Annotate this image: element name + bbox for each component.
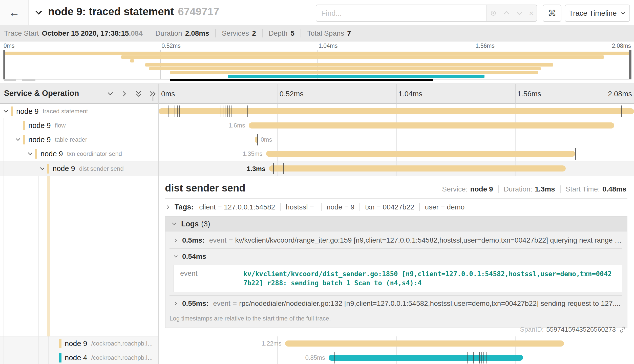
service-name: node 9 [28, 136, 51, 144]
chevron-down-icon[interactable] [27, 151, 33, 157]
span-timeline[interactable]: 0.85ms [159, 351, 634, 364]
timeline-tick-labels: 0ms 0.52ms 1.04ms 1.56ms 2.08ms [159, 84, 634, 103]
find-prev-icon[interactable] [503, 10, 510, 17]
span-color-bar [23, 135, 25, 144]
find-input[interactable] [316, 5, 486, 21]
back-arrow-icon: ← [9, 6, 20, 19]
log-marker [177, 105, 178, 117]
collapse-all-icon[interactable] [135, 90, 143, 98]
log-marker [168, 105, 168, 117]
command-icon: ⌘ [548, 8, 556, 18]
service-name: node 4 [65, 354, 87, 362]
minimap-right-handle[interactable] [629, 50, 631, 79]
keyboard-shortcuts-button[interactable]: ⌘ [543, 5, 561, 22]
log-value: rpc/nodedialer/nodedialer.go:132 [n9,cli… [239, 299, 621, 308]
timeline-gridline [515, 84, 516, 103]
span-id-label: SpanID: [520, 326, 544, 333]
chevron-down-icon[interactable] [3, 108, 9, 115]
log-entry-3[interactable]: 0.55ms: event = rpc/nodedialer/nodediale… [165, 296, 627, 311]
column-resize-handle[interactable] [152, 96, 154, 101]
minimap-scroll-dash [4, 79, 16, 81]
trace-summary-bar: Trace StartOctober 15 2020, 17:38:15.084… [0, 25, 634, 41]
trace-services: Services2 [222, 29, 256, 37]
minimap-tick: 1.56ms [476, 42, 495, 49]
operation-name: flow [55, 122, 66, 129]
trace-id: 6749717 [178, 6, 219, 17]
chevron-down-icon[interactable] [39, 165, 46, 172]
span-duration-label: 0.85ms [305, 354, 325, 361]
span-timeline[interactable]: 1.22ms [159, 336, 634, 351]
log-marker [221, 105, 221, 117]
span-row-node9-rpc[interactable]: node 9 /cockroach.roachpb.I... 1.22ms [0, 336, 634, 351]
span-bar[interactable] [285, 340, 564, 347]
timeline-header: Service & Operation 0ms 0.52ms 1.04ms 1.… [0, 83, 634, 104]
chevron-down-icon[interactable] [15, 136, 21, 143]
span-timeline[interactable]: 1.6ms [159, 118, 634, 133]
tags-toggle-row[interactable]: Tags: client=127.0.0.1:54582 hostssl= no… [165, 203, 627, 211]
minimap-left-handle[interactable] [4, 50, 5, 79]
log-marker [477, 352, 477, 363]
minimap-canvas[interactable] [3, 50, 631, 79]
span-bar[interactable] [269, 165, 566, 172]
span-duration-label: 1.22ms [262, 340, 282, 347]
log-marker [266, 134, 266, 145]
service-name: node 9 [53, 164, 75, 173]
log-marker [486, 352, 487, 363]
back-button[interactable]: ← [0, 0, 29, 25]
service-name: node 9 [40, 150, 63, 158]
log-marker [481, 352, 482, 363]
span-row-node4-rpc[interactable]: node 4 /cockroach.roachpb.I... 0.85ms [0, 351, 634, 364]
link-icon[interactable] [619, 326, 626, 333]
span-timeline[interactable]: 0ms [159, 133, 634, 147]
service-operation-header: Service & Operation [4, 89, 79, 98]
span-name-cell[interactable]: node 9 traced statement [0, 104, 175, 118]
span-detail-title: dist sender send [165, 182, 245, 194]
chevron-down-icon [620, 10, 626, 16]
page-title: node 9: traced statement6749717 [48, 6, 219, 18]
service-value: node 9 [470, 185, 493, 193]
span-bar[interactable] [329, 355, 523, 361]
span-id-value: 5597415943526560273 [546, 326, 616, 333]
minimap-scrollbar-thumb[interactable] [170, 79, 433, 81]
expand-one-icon[interactable] [120, 90, 129, 98]
logs-toggle-header[interactable]: Logs (3) [165, 217, 627, 231]
log-entry-1[interactable]: 0.5ms: event = kv/kvclient/kvcoord/range… [165, 232, 627, 248]
span-row-txn-coordinator-send[interactable]: node 9 txn coordinator send 1.35ms [0, 147, 634, 161]
collapse-one-icon[interactable] [106, 90, 114, 98]
log-marker [286, 163, 286, 174]
span-row-table-reader[interactable]: node 9 table reader 0ms [0, 133, 634, 147]
log-marker [483, 352, 484, 363]
span-detail-panel: dist sender send Service: node 9 Duratio… [158, 176, 634, 336]
span-timeline[interactable] [159, 104, 634, 118]
log-key: event [174, 269, 243, 288]
chevron-down-icon [173, 254, 179, 259]
trace-start: Trace StartOctober 15 2020, 17:38:15.084 [4, 29, 143, 37]
span-timeline[interactable]: 1.35ms [159, 147, 634, 161]
column-divider[interactable] [158, 83, 159, 364]
log-marker [227, 105, 228, 117]
find-next-icon[interactable] [516, 10, 523, 17]
log-marker [229, 105, 230, 117]
find-clear-icon[interactable]: × [529, 9, 534, 18]
span-bar[interactable] [249, 122, 614, 129]
minimap-span-bar [149, 67, 541, 70]
log-entry-2-detail: event kv/kvclient/kvcoord/dist_sender.go… [173, 265, 622, 292]
view-selector-button[interactable]: Trace Timeline [565, 5, 630, 22]
span-row-flow[interactable]: node 9 flow 1.6ms [0, 118, 634, 133]
log-entry-2-header[interactable]: 0.54ms [165, 249, 627, 264]
chevron-right-icon [165, 204, 171, 210]
minimap-span-bar [121, 55, 604, 59]
timeline-gridline [396, 84, 397, 103]
span-timeline[interactable]: 1.3ms [159, 161, 634, 176]
span-row-dist-sender-send[interactable]: node 9 dist sender send 1.3ms [0, 161, 634, 176]
target-icon[interactable] [490, 9, 497, 17]
span-row-traced-statement[interactable]: node 9 traced statement [0, 104, 634, 118]
span-bar[interactable] [266, 151, 575, 157]
divider [262, 29, 263, 37]
trace-collapse-toggle[interactable] [34, 8, 43, 17]
minimap-tick: 1.04ms [319, 42, 337, 49]
timeline-tick: 1.04ms [398, 90, 422, 98]
trace-view-page: ← node 9: traced statement6749717 × [0, 0, 634, 364]
divider [301, 29, 301, 37]
indent-guide [15, 147, 15, 364]
